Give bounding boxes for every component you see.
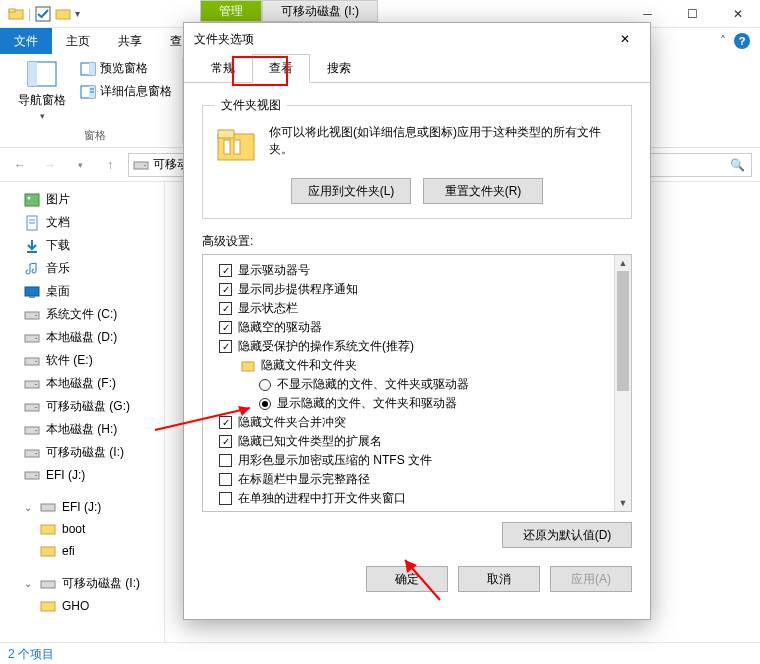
sidebar[interactable]: 图片文档下载音乐桌面系统文件 (C:)本地磁盘 (D:)软件 (E:)本地磁盘 … xyxy=(0,182,165,642)
svg-rect-42 xyxy=(41,602,55,611)
sidebar-item[interactable]: 本地磁盘 (H:) xyxy=(0,418,164,441)
sidebar-item-efi-folder[interactable]: efi xyxy=(0,540,164,562)
context-tab-drive[interactable]: 可移动磁盘 (I:) xyxy=(262,0,378,22)
tree-checkbox-item[interactable]: 显示状态栏 xyxy=(207,299,610,318)
dialog-tab-view[interactable]: 查看 xyxy=(252,54,310,83)
apply-to-folders-button[interactable]: 应用到文件夹(L) xyxy=(291,178,411,204)
sidebar-item[interactable]: 软件 (E:) xyxy=(0,349,164,372)
tree-checkbox-item[interactable]: 隐藏空的驱动器 xyxy=(207,318,610,337)
dialog-close-button[interactable]: ✕ xyxy=(610,24,640,54)
sidebar-item-label: 可移动磁盘 (G:) xyxy=(46,398,130,415)
tree-folder-node[interactable]: 隐藏文件和文件夹 xyxy=(207,356,610,375)
checkbox-icon[interactable] xyxy=(219,302,232,315)
help-icon[interactable]: ? xyxy=(734,33,750,49)
details-pane-button[interactable]: 详细信息窗格 xyxy=(80,83,172,100)
sidebar-item-label: 可移动磁盘 (I:) xyxy=(46,444,124,461)
sidebar-item[interactable]: 下载 xyxy=(0,234,164,257)
tree-label: 隐藏文件和文件夹 xyxy=(261,357,357,374)
checkbox-icon[interactable] xyxy=(219,340,232,353)
svg-rect-20 xyxy=(25,287,39,296)
tree-checkbox-item[interactable]: 显示同步提供程序通知 xyxy=(207,280,610,299)
dialog-tab-search[interactable]: 搜索 xyxy=(310,54,368,83)
sidebar-item-gho[interactable]: GHO xyxy=(0,595,164,617)
checkbox-icon[interactable] xyxy=(219,492,232,505)
reset-folders-button[interactable]: 重置文件夹(R) xyxy=(423,178,543,204)
checkbox-icon[interactable] xyxy=(219,321,232,334)
tree-checkbox-item[interactable]: 用彩色显示加密或压缩的 NTFS 文件 xyxy=(207,451,610,470)
qat-overflow[interactable]: ▾ xyxy=(75,8,80,19)
scroll-up-icon[interactable]: ▲ xyxy=(615,255,631,271)
checkbox-icon[interactable] xyxy=(219,416,232,429)
tree-label: 不显示隐藏的文件、文件夹或驱动器 xyxy=(277,376,469,393)
checkbox-icon[interactable] xyxy=(219,264,232,277)
checkbox-icon[interactable] xyxy=(35,6,51,22)
sidebar-item[interactable]: 可移动磁盘 (G:) xyxy=(0,395,164,418)
checkbox-icon[interactable] xyxy=(219,283,232,296)
close-window-button[interactable]: ✕ xyxy=(715,0,760,28)
tree-checkbox-item[interactable]: 在单独的进程中打开文件夹窗口 xyxy=(207,489,610,508)
maximize-button[interactable]: ☐ xyxy=(670,0,715,28)
sidebar-item[interactable]: 系统文件 (C:) xyxy=(0,303,164,326)
sidebar-group-removable[interactable]: ⌄ 可移动磁盘 (I:) xyxy=(0,572,164,595)
tree-label: 隐藏已知文件类型的扩展名 xyxy=(238,433,382,450)
sidebar-item[interactable]: 图片 xyxy=(0,188,164,211)
nav-pane-icon xyxy=(26,58,58,90)
radio-icon[interactable] xyxy=(259,379,271,391)
sidebar-item[interactable]: EFI (J:) xyxy=(0,464,164,486)
context-tab-manage[interactable]: 管理 xyxy=(200,0,262,22)
cancel-button[interactable]: 取消 xyxy=(458,566,540,592)
tree-checkbox-item[interactable]: 显示驱动器号 xyxy=(207,261,610,280)
sidebar-item-icon xyxy=(24,284,40,300)
restore-defaults-button[interactable]: 还原为默认值(D) xyxy=(502,522,632,548)
tree-radio-item[interactable]: 显示隐藏的文件、文件夹和驱动器 xyxy=(207,394,610,413)
folder-views-group: 文件夹视图 你可以将此视图(如详细信息或图标)应用于这种类型的所有文件夹。 应用… xyxy=(202,97,632,219)
scroll-thumb[interactable] xyxy=(617,271,629,391)
checkbox-icon[interactable] xyxy=(219,473,232,486)
tree-checkbox-item[interactable]: 隐藏受保护的操作系统文件(推荐) xyxy=(207,337,610,356)
tree-checkbox-item[interactable]: 隐藏已知文件类型的扩展名 xyxy=(207,432,610,451)
tree-radio-item[interactable]: 不显示隐藏的文件、文件夹或驱动器 xyxy=(207,375,610,394)
ok-button[interactable]: 确定 xyxy=(366,566,448,592)
advanced-scrollbar[interactable]: ▲ ▼ xyxy=(614,255,631,511)
chevron-down-icon: ⌄ xyxy=(24,578,34,589)
folder-view-icon xyxy=(215,124,257,166)
svg-rect-5 xyxy=(28,62,37,86)
panes-group: 导航窗格 ▾ 预览窗格 详细信息窗格 窗格 xyxy=(8,58,183,143)
tree-checkbox-item[interactable]: 隐藏文件夹合并冲突 xyxy=(207,413,610,432)
sidebar-item-icon xyxy=(24,192,40,208)
search-icon[interactable]: 🔍 xyxy=(730,158,745,172)
status-bar: 2 个项目 xyxy=(0,642,760,664)
sidebar-item[interactable]: 本地磁盘 (F:) xyxy=(0,372,164,395)
svg-rect-23 xyxy=(35,315,37,316)
radio-icon[interactable] xyxy=(259,398,271,410)
home-tab[interactable]: 主页 xyxy=(52,28,104,54)
qat-sep: | xyxy=(28,7,31,21)
scroll-down-icon[interactable]: ▼ xyxy=(615,495,631,511)
sidebar-item-boot[interactable]: boot xyxy=(0,518,164,540)
nav-pane-button[interactable]: 导航窗格 ▾ xyxy=(18,58,66,121)
svg-rect-25 xyxy=(35,338,37,339)
sidebar-item[interactable]: 本地磁盘 (D:) xyxy=(0,326,164,349)
file-tab[interactable]: 文件 xyxy=(0,28,52,54)
dialog-tab-general[interactable]: 常规 xyxy=(194,54,252,83)
tree-label: 在标题栏中显示完整路径 xyxy=(238,471,370,488)
sidebar-group-efi[interactable]: ⌄ EFI (J:) xyxy=(0,496,164,518)
svg-rect-3 xyxy=(56,10,70,19)
share-tab[interactable]: 共享 xyxy=(104,28,156,54)
tree-checkbox-item[interactable]: 在标题栏中显示完整路径 xyxy=(207,470,610,489)
advanced-settings-list[interactable]: 显示驱动器号显示同步提供程序通知显示状态栏隐藏空的驱动器隐藏受保护的操作系统文件… xyxy=(203,255,614,511)
apply-button[interactable]: 应用(A) xyxy=(550,566,632,592)
nav-back-button[interactable]: ← xyxy=(8,153,32,177)
preview-pane-button[interactable]: 预览窗格 xyxy=(80,60,172,77)
nav-forward-button[interactable]: → xyxy=(38,153,62,177)
sidebar-item[interactable]: 音乐 xyxy=(0,257,164,280)
sidebar-item-label: 本地磁盘 (F:) xyxy=(46,375,116,392)
sidebar-item[interactable]: 文档 xyxy=(0,211,164,234)
ribbon-collapse-icon[interactable]: ˄ xyxy=(720,34,726,48)
checkbox-icon[interactable] xyxy=(219,435,232,448)
sidebar-item[interactable]: 桌面 xyxy=(0,280,164,303)
nav-recent-button[interactable]: ▾ xyxy=(68,153,92,177)
sidebar-item[interactable]: 可移动磁盘 (I:) xyxy=(0,441,164,464)
nav-up-button[interactable]: ↑ xyxy=(98,153,122,177)
checkbox-icon[interactable] xyxy=(219,454,232,467)
